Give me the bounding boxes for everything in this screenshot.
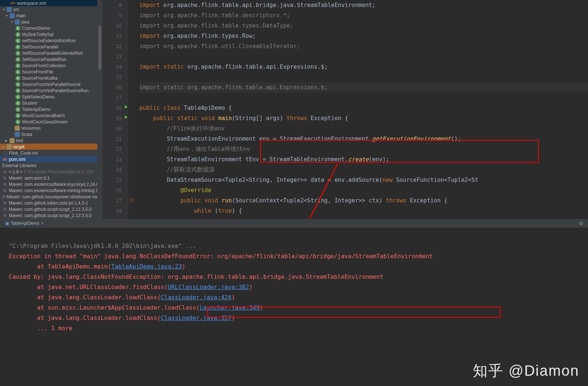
tree-class[interactable]: CSourceFromFile <box>0 69 102 75</box>
tree-label: Flink_Code.iml <box>9 151 38 156</box>
tree-class[interactable]: CSourceFromNoParallelSourceRun <box>0 87 102 94</box>
tree-external-libraries[interactable]: External Libraries <box>0 162 102 169</box>
tree-label: SourceFromCollection <box>22 63 66 68</box>
tree-folder-main[interactable]: ▼main <box>0 12 102 19</box>
gear-icon[interactable]: ⚙ <box>579 220 584 226</box>
tree-library[interactable]: ⊞Maven: com.github.housepower:clickhouse… <box>0 194 102 200</box>
tree-label: resources <box>21 126 41 131</box>
tree-class[interactable]: CSplitSelectDemo <box>0 94 102 100</box>
editor-gutter: 8910111213141516171819202122232425262728 <box>103 0 128 219</box>
tree-class[interactable]: CSourceFromCollection <box>0 62 102 69</box>
tree-label: target <box>13 144 25 149</box>
tab-label: TableApiDemo <box>11 221 39 226</box>
tree-library[interactable]: ⊞Maven: com.github.luben:zstd-jni:1.4.3-… <box>0 200 102 206</box>
watermark: 知乎 @Diamon <box>468 361 579 381</box>
console-line: Caused by: java.lang.ClassNotFoundExcept… <box>9 273 168 280</box>
tree-label: Maven: com.github.scopt:scopt_2.12:3.5.0 <box>9 213 91 218</box>
console-line: at java.lang.ClassLoader.loadClass( <box>9 314 161 321</box>
tree-folder-scala[interactable]: Scala <box>0 131 102 137</box>
tree-label: SelfSourceParallelRun <box>22 57 66 62</box>
tree-label: SourceFromNoParallelSourceRun <box>22 88 88 93</box>
tree-class[interactable]: CTableApiDemo <box>0 106 102 112</box>
console-line: ... 1 more <box>9 325 72 332</box>
tree-class[interactable]: CStudent <box>0 100 102 106</box>
tree-label: External Libraries <box>2 163 36 168</box>
tree-class[interactable]: CSelfSourceParallelRun <box>0 56 102 62</box>
stacktrace-link[interactable]: TableApiDemo.java:23 <box>111 263 182 270</box>
tree-label: Maven: com.esotericsoftware.minlog:minlo… <box>9 188 102 193</box>
tree-label: < 1.8 > <box>9 169 22 174</box>
code-editor[interactable]: 8910111213141516171819202122232425262728… <box>103 0 588 219</box>
tree-library[interactable]: ⊞Maven: com.github.scopt:scopt_2.11:3.5.… <box>0 206 102 212</box>
tree-class[interactable]: CSelfSourceParallelExtendsRich <box>0 50 102 56</box>
tree-label: java <box>21 19 29 25</box>
close-icon[interactable]: ✕ <box>41 221 44 226</box>
editor-code[interactable]: import org.apache.flink.table.api.bridge… <box>128 0 588 219</box>
tree-label: WordCountJavaBatch <box>22 113 65 118</box>
tree-scrollbar[interactable] <box>97 0 102 219</box>
tree-label: workspace.xml <box>17 1 46 6</box>
stacktrace-link[interactable]: ClassLoader.java:424 <box>161 294 231 301</box>
tree-folder-java[interactable]: ▼java <box>0 19 102 25</box>
tree-label: TableApiDemo <box>22 107 51 112</box>
tree-label: SelfSourceParallelExtendsRich <box>22 51 83 56</box>
tree-label: SourceFromNoParallelSource <box>22 82 80 87</box>
tree-class[interactable]: CSelfSourceParallel <box>0 44 102 50</box>
console-cmd: "C:\Program Files\Java\jdk1.8.0_202\bin\… <box>9 242 196 249</box>
console-line: ) <box>182 263 186 270</box>
console-line: Exception in thread "main" java.lang.NoC… <box>9 253 433 260</box>
tree-label: ConnectDemo <box>22 26 50 31</box>
console-line: at java.net.URLClassLoader.findClass( <box>9 284 168 291</box>
tree-class[interactable]: CSourceFromNoParallelSource <box>0 81 102 87</box>
tree-label: Student <box>22 101 37 106</box>
tree-class[interactable]: CSourceFromKafka <box>0 75 102 81</box>
tree-class[interactable]: CselfSourceExtendsRichRun <box>0 37 102 44</box>
tree-class[interactable]: CMySinkToMySql <box>0 31 102 37</box>
tree-file[interactable]: </>workspace.xml <box>0 0 102 6</box>
tree-label: SplitSelectDemo <box>22 94 55 100</box>
console-classname: org.apache.flink.table.api.bridge.java.S… <box>168 273 383 280</box>
watermark-text: 知乎 @Diamon <box>473 361 579 381</box>
tree-path: C:\Program Files\Java\jdk1.8.0_202 <box>24 169 94 174</box>
tree-library[interactable]: ⊞Maven: com.esotericsoftware.kryo:kryo:2… <box>0 181 102 187</box>
tree-folder-src[interactable]: ▼src <box>0 6 102 12</box>
tree-label: pom.xml <box>9 157 25 162</box>
stacktrace-link[interactable]: Launcher.java:349 <box>200 304 260 311</box>
tree-folder-resources[interactable]: resources <box>0 125 102 131</box>
run-tab[interactable]: ▣ TableApiDemo ✕ <box>3 220 46 227</box>
tree-label: SourceFromFile <box>22 69 53 75</box>
tree-folder-target[interactable]: ▶target <box>0 144 102 150</box>
tree-label: main <box>16 13 26 18</box>
tree-library[interactable]: ⊞Maven: com.github.scopt:scopt_2.12:3.5.… <box>0 212 102 219</box>
tree-label: MySinkToMySql <box>22 32 53 37</box>
tree-class[interactable]: CWordCountJavaStream <box>0 119 102 125</box>
tree-library[interactable]: ⊞Maven: com.esotericsoftware.minlog:minl… <box>0 187 102 194</box>
tree-label: WordCountJavaStream <box>22 119 68 125</box>
tree-label: Maven: com.esotericsoftware.kryo:kryo:2.… <box>9 182 99 187</box>
tree-label: test <box>16 138 23 143</box>
tree-label: Maven: com.github.luben:zstd-jni:1.4.3-1 <box>9 201 88 206</box>
tree-label: src <box>13 7 19 12</box>
tree-label: Maven: com.github.scopt:scopt_2.11:3.5.0 <box>9 207 91 212</box>
tree-folder-test[interactable]: ▶test <box>0 137 102 144</box>
tree-label: Maven: com.github.housepower:clickhouse-… <box>7 194 103 199</box>
tab-icon: ▣ <box>5 221 9 226</box>
tree-label: SelfSourceParallel <box>22 44 58 50</box>
console-line: at TableApiDemo.main( <box>9 263 111 270</box>
console-line: at java.lang.ClassLoader.loadClass( <box>9 294 161 301</box>
tree-library[interactable]: ⊞Maven: asm:asm:3.1 <box>0 175 102 181</box>
tree-file-pom[interactable]: mpom.xml <box>0 156 102 162</box>
console-line: at sun.misc.Launcher$AppClassLoader.load… <box>9 304 200 311</box>
stacktrace-link[interactable]: URLClassLoader.java:382 <box>168 284 249 291</box>
stacktrace-link[interactable]: ClassLoader.java:357 <box>161 314 231 321</box>
tree-file-iml[interactable]: ⬚Flink_Code.iml <box>0 150 102 156</box>
run-tab-bar: ▣ TableApiDemo ✕ ⚙ <box>0 219 588 228</box>
tree-class[interactable]: CWordCountJavaBatch <box>0 112 102 119</box>
tree-jdk[interactable]: ⊞< 1.8 > C:\Program Files\Java\jdk1.8.0_… <box>0 169 102 175</box>
tree-class[interactable]: CConnectDemo <box>0 25 102 31</box>
tree-label: Scala <box>21 132 32 137</box>
tree-label: Maven: asm:asm:3.1 <box>9 176 50 181</box>
project-tree[interactable]: </>workspace.xml ▼src ▼main ▼java CConne… <box>0 0 103 219</box>
tree-label: SourceFromKafka <box>22 76 58 81</box>
tree-label: selfSourceExtendsRichRun <box>22 38 76 43</box>
